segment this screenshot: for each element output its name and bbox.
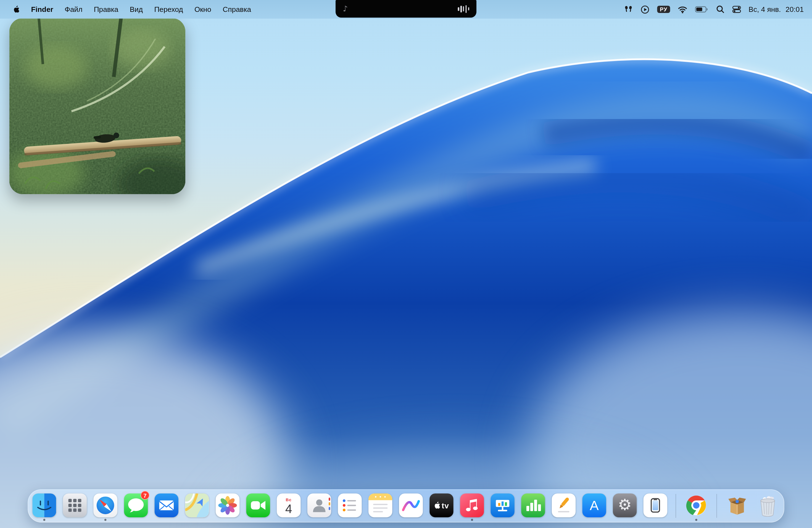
now-playing-pill[interactable]: ♪ [336, 0, 476, 18]
running-indicator [695, 519, 697, 521]
menu-bar-date: Вс, 4 янв. [749, 5, 781, 14]
running-indicator [471, 519, 473, 521]
trash-icon [756, 494, 780, 517]
menu-go[interactable]: Переход [149, 5, 189, 14]
dock-item-numbers[interactable] [521, 490, 545, 522]
spotlight-icon[interactable] [716, 5, 724, 14]
finder-icon [32, 494, 56, 517]
dock-item-pages[interactable] [552, 490, 576, 522]
downloads-box-icon [725, 494, 749, 517]
messages-badge: 7 [141, 491, 149, 500]
menu-bar-left: Finder Файл Правка Вид Переход Окно Спра… [0, 5, 257, 14]
running-indicator [43, 519, 46, 521]
menu-file[interactable]: Файл [59, 5, 88, 14]
reminders-icon [338, 494, 362, 517]
dock-item-contacts[interactable] [307, 490, 331, 522]
dock-item-notes[interactable] [368, 490, 392, 522]
dock-item-facetime[interactable] [246, 490, 270, 522]
input-source-badge[interactable]: РУ [657, 5, 670, 13]
menu-window[interactable]: Окно [189, 5, 217, 14]
dock-item-reminders[interactable] [338, 490, 362, 522]
contacts-icon [307, 494, 331, 517]
dock-item-settings[interactable]: ⚙ [613, 490, 637, 522]
forest-photo [10, 18, 186, 194]
dock-item-iphone-mirroring[interactable] [643, 490, 667, 522]
chrome-icon [684, 494, 708, 517]
facetime-icon [246, 494, 270, 517]
launchpad-icon [63, 494, 87, 517]
dock-item-downloads[interactable] [725, 490, 749, 522]
desktop: Finder Файл Правка Вид Переход Окно Спра… [0, 0, 812, 528]
photos-icon [216, 494, 240, 517]
mail-icon [155, 494, 178, 517]
audio-bars-icon [458, 4, 469, 14]
menu-bar-status: РУ [624, 5, 812, 14]
menu-edit[interactable]: Правка [88, 5, 124, 14]
apple-logo-icon [434, 501, 440, 510]
battery-icon[interactable] [695, 5, 708, 14]
calendar-icon: Вс 4 [277, 494, 301, 517]
dock-item-calendar[interactable]: Вс 4 [277, 490, 301, 522]
freeform-icon [399, 494, 423, 517]
dock-item-safari[interactable] [93, 490, 117, 522]
tv-label: tv [441, 501, 449, 510]
dock-item-chrome[interactable] [684, 490, 708, 522]
photos-widget[interactable] [10, 18, 186, 194]
menu-view[interactable]: Вид [124, 5, 149, 14]
dock-item-trash[interactable] [756, 490, 780, 522]
dock-separator [676, 494, 676, 518]
music-icon [460, 494, 484, 517]
keynote-icon [491, 494, 514, 517]
system-settings-icon: ⚙ [613, 494, 637, 517]
clock[interactable]: Вс, 4 янв. 20:01 [749, 5, 804, 14]
dock-item-freeform[interactable] [399, 490, 423, 522]
music-note-icon: ♪ [343, 4, 348, 14]
dock-item-tv[interactable]: tv [430, 490, 453, 522]
dock-item-maps[interactable] [185, 490, 209, 522]
running-indicator [104, 519, 106, 521]
calendar-day: 4 [285, 502, 292, 515]
app-menu-title[interactable]: Finder [25, 5, 59, 14]
app-store-letter: A [590, 499, 599, 512]
gear-icon: ⚙ [618, 497, 632, 513]
menu-help[interactable]: Справка [217, 5, 257, 14]
apple-menu[interactable] [7, 5, 25, 14]
control-center-icon[interactable] [732, 5, 741, 14]
notes-icon [368, 494, 392, 517]
dock-item-messages[interactable]: 7 [124, 490, 148, 522]
dock-item-mail[interactable] [155, 490, 178, 522]
dock: 7 [28, 489, 784, 523]
airpods-icon[interactable] [624, 5, 633, 14]
dock-item-music[interactable] [460, 490, 484, 522]
dock-item-photos[interactable] [216, 490, 240, 522]
numbers-icon [521, 494, 545, 517]
dock-item-appstore[interactable]: A [582, 490, 606, 522]
dock-item-launchpad[interactable] [63, 490, 87, 522]
app-store-icon: A [582, 494, 606, 517]
apple-tv-icon: tv [430, 494, 453, 517]
pages-icon [552, 494, 576, 517]
maps-icon [185, 494, 209, 517]
iphone-mirroring-icon [643, 494, 667, 517]
dock-item-keynote[interactable] [491, 490, 514, 522]
now-playing-icon[interactable] [641, 5, 650, 14]
dock-item-finder[interactable] [32, 490, 56, 522]
apple-logo-icon [13, 5, 19, 14]
safari-icon [93, 494, 117, 517]
menu-bar-time: 20:01 [785, 5, 804, 14]
dock-separator [716, 494, 717, 518]
wifi-icon[interactable] [678, 5, 687, 14]
